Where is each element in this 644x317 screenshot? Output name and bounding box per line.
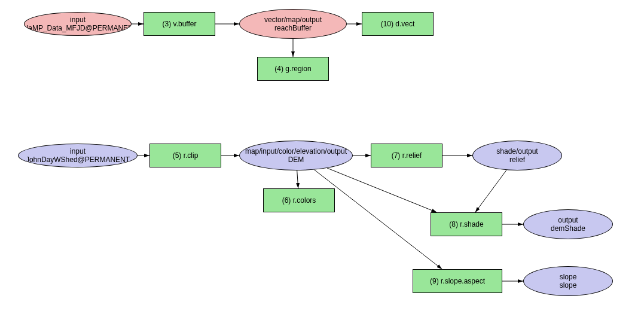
node-n_rclip[interactable]: (5) r.clip	[149, 144, 221, 167]
diagram-canvas: input CHaMP_Data_MFJD@PERMANENT(3) v.buf…	[0, 0, 644, 317]
node-label: (3) v.buffer	[163, 20, 197, 28]
node-label: (8) r.shade	[449, 220, 483, 228]
node-label: shade/output relief	[496, 147, 538, 164]
node-n_gregion[interactable]: (4) g.region	[257, 57, 329, 81]
node-label: input JohnDayWShed@PERMANENT	[26, 147, 130, 164]
node-n_input2[interactable]: input JohnDayWShed@PERMANENT	[18, 144, 138, 167]
node-n_rshade[interactable]: (8) r.shade	[431, 212, 502, 236]
node-label: map/input/color/elevation/output DEM	[245, 147, 347, 164]
node-n_vbuffer[interactable]: (3) v.buffer	[144, 12, 215, 36]
edge-n_dem-to-n_rshade	[327, 168, 437, 212]
node-n_rslope[interactable]: (9) r.slope.aspect	[413, 269, 502, 293]
edge-n_relief-to-n_rshade	[475, 170, 506, 212]
node-label: output demShade	[551, 216, 585, 233]
node-n_dvect[interactable]: (10) d.vect	[362, 12, 434, 36]
node-label: (9) r.slope.aspect	[430, 277, 485, 285]
node-label: input CHaMP_Data_MFJD@PERMANENT	[24, 16, 132, 33]
node-label: (7) r.relief	[392, 151, 422, 160]
node-n_rrelief[interactable]: (7) r.relief	[371, 144, 442, 167]
node-label: (4) g.region	[274, 65, 311, 73]
node-n_rcolors[interactable]: (6) r.colors	[263, 188, 335, 212]
node-n_relief[interactable]: shade/output relief	[472, 141, 562, 170]
node-label: (10) d.vect	[381, 20, 415, 28]
node-n_reach[interactable]: vector/map/output reachBuffer	[239, 9, 347, 39]
node-n_dem[interactable]: map/input/color/elevation/output DEM	[239, 141, 353, 170]
node-n_slope[interactable]: slope slope	[523, 266, 613, 296]
node-n_demshade[interactable]: output demShade	[523, 209, 613, 239]
node-label: vector/map/output reachBuffer	[264, 16, 322, 33]
node-label: (6) r.colors	[282, 196, 316, 205]
node-n_input1[interactable]: input CHaMP_Data_MFJD@PERMANENT	[24, 12, 132, 36]
edge-n_dem-to-n_rcolors	[297, 170, 298, 188]
edge-n_dem-to-n_rslope	[314, 170, 442, 269]
node-label: (5) r.clip	[173, 151, 199, 160]
node-label: slope slope	[560, 273, 577, 290]
